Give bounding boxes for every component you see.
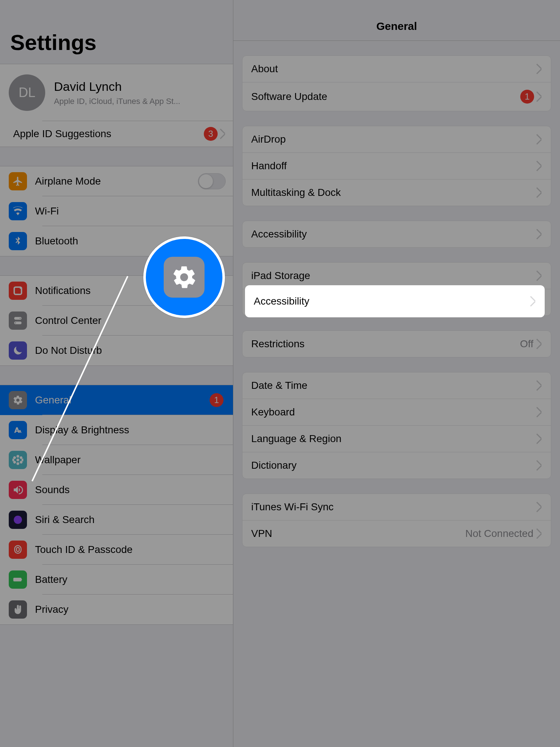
- profile-subtitle: Apple ID, iCloud, iTunes & App St...: [54, 97, 180, 106]
- row-label: Restrictions: [251, 338, 520, 350]
- chevron-right-icon: [536, 229, 542, 239]
- row-label: Sounds: [35, 484, 226, 496]
- detail-row[interactable]: VPNNot Connected: [242, 520, 551, 547]
- display-icon: [9, 421, 27, 439]
- row-label: Language & Region: [251, 433, 536, 445]
- bluetooth-icon: [9, 232, 27, 250]
- detail-section: AboutSoftware Update1: [242, 55, 551, 111]
- chevron-right-icon: [536, 529, 542, 539]
- detail-section: Date & TimeKeyboardLanguage & RegionDict…: [242, 372, 551, 479]
- row-label: Accessibility: [254, 295, 530, 307]
- page-title: Settings: [0, 12, 233, 64]
- touchid-row[interactable]: Touch ID & Passcode: [0, 535, 233, 565]
- row-label: Touch ID & Passcode: [35, 544, 226, 556]
- chevron-right-icon: [536, 380, 542, 391]
- detail-row[interactable]: RestrictionsOff: [242, 331, 551, 357]
- detail-row[interactable]: AirDrop: [242, 126, 551, 152]
- row-label: Software Update: [251, 91, 520, 102]
- row-label: Accessibility: [251, 228, 536, 240]
- wifi-icon: [9, 202, 27, 220]
- sounds-row[interactable]: Sounds: [0, 475, 233, 505]
- notifications-icon: [9, 282, 27, 300]
- detail-row[interactable]: Dictionary: [242, 452, 551, 479]
- profile-row[interactable]: DL David Lynch Apple ID, iCloud, iTunes …: [0, 64, 233, 121]
- row-label: Battery: [35, 574, 226, 585]
- wifi-row[interactable]: Wi-Fi: [0, 196, 233, 226]
- row-label: AirDrop: [251, 133, 536, 145]
- chevron-right-icon: [536, 187, 542, 198]
- gear-icon: [9, 391, 27, 409]
- row-label: iTunes Wi-Fi Sync: [251, 501, 536, 513]
- detail-pane: General AboutSoftware Update1AirDropHand…: [233, 0, 560, 747]
- detail-row[interactable]: Date & Time: [242, 372, 551, 399]
- airplane-toggle[interactable]: [198, 173, 226, 189]
- row-label: Keyboard: [251, 406, 536, 418]
- badge: 3: [204, 127, 218, 141]
- gear-icon: [164, 257, 205, 298]
- callout-bubble: [146, 239, 222, 316]
- apple-id-suggestions-row[interactable]: Apple ID Suggestions 3: [0, 121, 233, 147]
- row-label: Airplane Mode: [35, 175, 198, 187]
- detail-section: Accessibility: [242, 221, 551, 248]
- row-label: Multitasking & Dock: [251, 187, 536, 198]
- row-value: Off: [520, 338, 533, 350]
- row-label: iPad Storage: [251, 270, 536, 282]
- chevron-right-icon: [536, 339, 542, 349]
- chevron-right-icon: [220, 129, 226, 139]
- row-label: General: [35, 394, 210, 406]
- row-label: About: [251, 63, 536, 75]
- display-row[interactable]: Display & Brightness: [0, 415, 233, 445]
- row-value: Not Connected: [465, 528, 533, 539]
- moon-icon: [9, 341, 27, 360]
- privacy-row[interactable]: Privacy: [0, 595, 233, 624]
- detail-section: RestrictionsOff: [242, 330, 551, 357]
- detail-row[interactable]: Language & Region: [242, 425, 551, 452]
- fingerprint-icon: [9, 541, 27, 559]
- detail-row[interactable]: Multitasking & Dock: [242, 179, 551, 206]
- detail-header: General: [233, 12, 560, 41]
- row-label: Privacy: [35, 604, 226, 615]
- detail-row[interactable]: Accessibility: [242, 221, 551, 247]
- detail-row[interactable]: Handoff: [242, 152, 551, 179]
- battery-row[interactable]: Battery: [0, 565, 233, 595]
- detail-title: General: [376, 20, 417, 32]
- detail-section: AirDropHandoffMultitasking & Dock: [242, 126, 551, 206]
- airplane-icon: [9, 172, 27, 190]
- general-row[interactable]: General 1: [0, 385, 233, 415]
- detail-row[interactable]: iTunes Wi-Fi Sync: [242, 494, 551, 520]
- main-section: General 1 Display & Brightness Wallpaper…: [0, 385, 233, 625]
- airplane-mode-row[interactable]: Airplane Mode: [0, 166, 233, 196]
- wallpaper-row[interactable]: Wallpaper: [0, 445, 233, 475]
- chevron-right-icon: [536, 64, 542, 74]
- chevron-right-icon: [536, 134, 542, 144]
- status-bar: [0, 0, 233, 12]
- profile-name: David Lynch: [54, 80, 180, 94]
- settings-sidebar: Settings DL David Lynch Apple ID, iCloud…: [0, 0, 233, 747]
- detail-row[interactable]: About: [242, 56, 551, 82]
- battery-icon: [9, 570, 27, 589]
- chevron-right-icon: [530, 296, 536, 306]
- avatar: DL: [9, 74, 45, 111]
- row-label: Control Center: [35, 315, 226, 326]
- accessibility-highlight[interactable]: Accessibility: [245, 285, 545, 317]
- badge: 1: [210, 393, 223, 407]
- detail-row[interactable]: Keyboard: [242, 399, 551, 425]
- chevron-right-icon: [536, 92, 542, 102]
- row-label: Dictionary: [251, 460, 536, 471]
- siri-row[interactable]: Siri & Search: [0, 505, 233, 535]
- row-label: VPN: [251, 528, 465, 539]
- chevron-right-icon: [536, 434, 542, 444]
- chevron-right-icon: [536, 460, 542, 471]
- control-center-icon: [9, 311, 27, 330]
- row-label: Apple ID Suggestions: [13, 128, 204, 140]
- row-label: Date & Time: [251, 380, 536, 391]
- row-label: Do Not Disturb: [35, 345, 226, 356]
- chevron-right-icon: [536, 161, 542, 171]
- row-label: Wi-Fi: [35, 205, 226, 217]
- chevron-right-icon: [536, 407, 542, 417]
- row-label: Wallpaper: [35, 454, 226, 466]
- detail-row[interactable]: Software Update1: [242, 82, 551, 111]
- dnd-row[interactable]: Do Not Disturb: [0, 336, 233, 365]
- siri-icon: [9, 511, 27, 529]
- row-label: Handoff: [251, 160, 536, 172]
